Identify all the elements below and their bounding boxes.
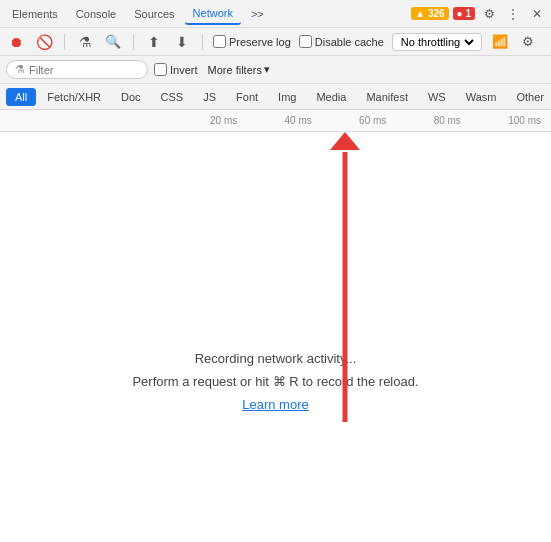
timeline-mark-1: 20 ms bbox=[210, 115, 237, 126]
filter-tab-js[interactable]: JS bbox=[194, 88, 225, 106]
disable-cache-label[interactable]: Disable cache bbox=[299, 35, 384, 48]
close-icon[interactable]: ✕ bbox=[527, 4, 547, 24]
filter-tab-fetch-xhr[interactable]: Fetch/XHR bbox=[38, 88, 110, 106]
filter-input-wrap[interactable]: ⚗ bbox=[6, 60, 148, 79]
filter-tab-media[interactable]: Media bbox=[307, 88, 355, 106]
tab-more[interactable]: >> bbox=[243, 4, 272, 24]
tab-console[interactable]: Console bbox=[68, 4, 124, 24]
timeline-mark-4: 80 ms bbox=[434, 115, 461, 126]
tab-network[interactable]: Network bbox=[185, 3, 241, 25]
filter-icon: ⚗ bbox=[15, 63, 25, 76]
settings-icon[interactable]: ⚙ bbox=[479, 4, 499, 24]
network-filter-row: ⚗ Invert More filters ▾ bbox=[0, 56, 551, 84]
filter-tab-all[interactable]: All bbox=[6, 88, 36, 106]
filter-tab-font[interactable]: Font bbox=[227, 88, 267, 106]
filter-tab-css[interactable]: CSS bbox=[152, 88, 193, 106]
recording-text: Recording network activity... bbox=[195, 351, 357, 366]
search-button[interactable]: 🔍 bbox=[103, 32, 123, 52]
filter-tab-wasm[interactable]: Wasm bbox=[457, 88, 506, 106]
main-content-area: Recording network activity... Perform a … bbox=[0, 132, 551, 472]
throttle-select[interactable]: No throttling Fast 3G Slow 3G Offline bbox=[397, 35, 477, 49]
network-toolbar-row2: ⏺ 🚫 ⚗ 🔍 ⬆ ⬇ Preserve log Disable cache N… bbox=[0, 28, 551, 56]
svg-marker-2 bbox=[330, 132, 360, 150]
separator-3 bbox=[202, 34, 203, 50]
devtools-tab-bar: Elements Console Sources Network >> ▲ 32… bbox=[0, 0, 551, 28]
disable-cache-checkbox[interactable] bbox=[299, 35, 312, 48]
throttle-select-wrap[interactable]: No throttling Fast 3G Slow 3G Offline bbox=[392, 33, 482, 51]
red-arrow bbox=[0, 132, 551, 472]
separator-1 bbox=[64, 34, 65, 50]
filter-toggle-button[interactable]: ⚗ bbox=[75, 32, 95, 52]
invert-checkbox[interactable] bbox=[154, 63, 167, 76]
clear-button[interactable]: 🚫 bbox=[34, 32, 54, 52]
filter-tab-manifest[interactable]: Manifest bbox=[357, 88, 417, 106]
filter-tabs-row: All Fetch/XHR Doc CSS JS Font Img Media … bbox=[0, 84, 551, 110]
timeline-mark-5: 100 ms bbox=[508, 115, 541, 126]
preserve-log-checkbox[interactable] bbox=[213, 35, 226, 48]
export-button[interactable]: ⬇ bbox=[172, 32, 192, 52]
filter-tab-ws[interactable]: WS bbox=[419, 88, 455, 106]
record-stop-button[interactable]: ⏺ bbox=[6, 32, 26, 52]
timeline-mark-2: 40 ms bbox=[285, 115, 312, 126]
wifi-icon[interactable]: 📶 bbox=[490, 32, 510, 52]
learn-more-link[interactable]: Learn more bbox=[242, 397, 308, 412]
tab-sources[interactable]: Sources bbox=[126, 4, 182, 24]
more-filters-button[interactable]: More filters ▾ bbox=[204, 61, 274, 78]
separator-2 bbox=[133, 34, 134, 50]
filter-tab-other[interactable]: Other bbox=[507, 88, 551, 106]
devtools-right-icons: ▲ 326 ● 1 ⚙ ⋮ ✕ bbox=[411, 4, 547, 24]
network-conditions-icon[interactable]: ⚙ bbox=[518, 32, 538, 52]
more-dots-icon[interactable]: ⋮ bbox=[503, 4, 523, 24]
filter-tab-doc[interactable]: Doc bbox=[112, 88, 150, 106]
chevron-down-icon: ▾ bbox=[264, 63, 270, 76]
warning-badge: ▲ 326 bbox=[411, 7, 448, 20]
error-badge: ● 1 bbox=[453, 7, 475, 20]
timeline-mark-3: 60 ms bbox=[359, 115, 386, 126]
filter-input[interactable] bbox=[29, 64, 139, 76]
filter-tab-img[interactable]: Img bbox=[269, 88, 305, 106]
timeline-marks: 20 ms 40 ms 60 ms 80 ms 100 ms bbox=[206, 115, 545, 126]
invert-label[interactable]: Invert bbox=[154, 63, 198, 76]
tab-elements[interactable]: Elements bbox=[4, 4, 66, 24]
timeline-header: 20 ms 40 ms 60 ms 80 ms 100 ms bbox=[0, 110, 551, 132]
import-button[interactable]: ⬆ bbox=[144, 32, 164, 52]
hint-text: Perform a request or hit ⌘ R to record t… bbox=[132, 374, 418, 389]
preserve-log-label[interactable]: Preserve log bbox=[213, 35, 291, 48]
